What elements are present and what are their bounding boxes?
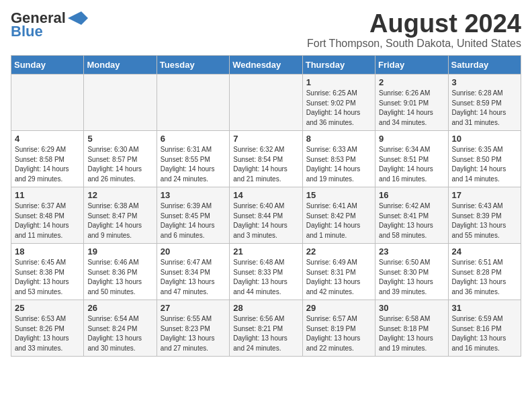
calendar-cell: [11, 75, 84, 131]
logo: General Blue: [11, 11, 88, 40]
day-info: Sunrise: 6:30 AM Sunset: 8:57 PM Dayligh…: [87, 145, 152, 184]
calendar-cell: 17Sunrise: 6:43 AM Sunset: 8:39 PM Dayli…: [448, 187, 521, 244]
day-info: Sunrise: 6:38 AM Sunset: 8:47 PM Dayligh…: [87, 201, 152, 240]
day-info: Sunrise: 6:42 AM Sunset: 8:41 PM Dayligh…: [379, 201, 444, 240]
day-number: 8: [306, 134, 371, 144]
calendar-cell: 11Sunrise: 6:37 AM Sunset: 8:48 PM Dayli…: [11, 187, 84, 244]
calendar-cell: [157, 75, 229, 131]
calendar-cell: 10Sunrise: 6:35 AM Sunset: 8:50 PM Dayli…: [448, 131, 521, 187]
day-info: Sunrise: 6:57 AM Sunset: 8:19 PM Dayligh…: [306, 314, 371, 353]
calendar-cell: 28Sunrise: 6:56 AM Sunset: 8:21 PM Dayli…: [230, 300, 302, 357]
day-info: Sunrise: 6:54 AM Sunset: 8:24 PM Dayligh…: [87, 314, 152, 353]
calendar-cell: 22Sunrise: 6:49 AM Sunset: 8:31 PM Dayli…: [302, 244, 375, 300]
day-number: 27: [161, 303, 226, 313]
day-number: 14: [233, 190, 298, 200]
day-number: 17: [452, 190, 517, 200]
calendar-cell: 20Sunrise: 6:47 AM Sunset: 8:34 PM Dayli…: [157, 244, 229, 300]
day-info: Sunrise: 6:40 AM Sunset: 8:44 PM Dayligh…: [233, 201, 298, 240]
calendar-cell: 16Sunrise: 6:42 AM Sunset: 8:41 PM Dayli…: [375, 187, 448, 244]
week-row-0: 1Sunrise: 6:25 AM Sunset: 9:02 PM Daylig…: [11, 75, 521, 131]
logo-arrow-icon: [68, 11, 88, 25]
calendar-cell: 23Sunrise: 6:50 AM Sunset: 8:30 PM Dayli…: [375, 244, 448, 300]
svg-marker-0: [68, 11, 88, 25]
day-info: Sunrise: 6:47 AM Sunset: 8:34 PM Dayligh…: [161, 258, 226, 297]
day-number: 29: [306, 303, 371, 313]
day-number: 18: [15, 246, 80, 257]
day-number: 21: [233, 246, 298, 257]
calendar-cell: 13Sunrise: 6:39 AM Sunset: 8:45 PM Dayli…: [157, 187, 229, 244]
calendar-header-row: SundayMondayTuesdayWednesdayThursdayFrid…: [11, 56, 521, 75]
day-number: 28: [233, 303, 298, 313]
calendar-cell: 12Sunrise: 6:38 AM Sunset: 8:47 PM Dayli…: [84, 187, 157, 244]
week-row-1: 4Sunrise: 6:29 AM Sunset: 8:58 PM Daylig…: [11, 131, 521, 187]
day-info: Sunrise: 6:25 AM Sunset: 9:02 PM Dayligh…: [306, 89, 371, 128]
day-number: 9: [379, 134, 444, 144]
day-info: Sunrise: 6:29 AM Sunset: 8:58 PM Dayligh…: [15, 145, 80, 184]
day-number: 1: [306, 77, 371, 87]
calendar-cell: 14Sunrise: 6:40 AM Sunset: 8:44 PM Dayli…: [230, 187, 302, 244]
calendar-cell: 7Sunrise: 6:32 AM Sunset: 8:54 PM Daylig…: [230, 131, 302, 187]
day-info: Sunrise: 6:43 AM Sunset: 8:39 PM Dayligh…: [452, 201, 517, 240]
day-info: Sunrise: 6:32 AM Sunset: 8:54 PM Dayligh…: [233, 145, 298, 184]
day-number: 3: [452, 77, 517, 87]
week-row-2: 11Sunrise: 6:37 AM Sunset: 8:48 PM Dayli…: [11, 187, 521, 244]
calendar-cell: 9Sunrise: 6:34 AM Sunset: 8:51 PM Daylig…: [375, 131, 448, 187]
day-number: 23: [379, 246, 444, 257]
calendar-cell: 26Sunrise: 6:54 AM Sunset: 8:24 PM Dayli…: [84, 300, 157, 357]
day-number: 10: [452, 134, 517, 144]
day-number: 12: [87, 190, 152, 200]
day-number: 30: [379, 303, 444, 313]
day-number: 24: [452, 246, 517, 257]
day-info: Sunrise: 6:49 AM Sunset: 8:31 PM Dayligh…: [306, 258, 371, 297]
day-info: Sunrise: 6:55 AM Sunset: 8:23 PM Dayligh…: [161, 314, 226, 353]
header-wednesday: Wednesday: [230, 56, 302, 75]
header-tuesday: Tuesday: [157, 56, 229, 75]
calendar-cell: 18Sunrise: 6:45 AM Sunset: 8:38 PM Dayli…: [11, 244, 84, 300]
day-info: Sunrise: 6:58 AM Sunset: 8:18 PM Dayligh…: [379, 314, 444, 353]
calendar-cell: 1Sunrise: 6:25 AM Sunset: 9:02 PM Daylig…: [302, 75, 375, 131]
day-number: 11: [15, 190, 80, 200]
week-row-4: 25Sunrise: 6:53 AM Sunset: 8:26 PM Dayli…: [11, 300, 521, 357]
calendar-cell: 8Sunrise: 6:33 AM Sunset: 8:53 PM Daylig…: [302, 131, 375, 187]
header-monday: Monday: [84, 56, 157, 75]
calendar-cell: 15Sunrise: 6:41 AM Sunset: 8:42 PM Dayli…: [302, 187, 375, 244]
day-info: Sunrise: 6:59 AM Sunset: 8:16 PM Dayligh…: [452, 314, 517, 353]
day-number: 16: [379, 190, 444, 200]
calendar-table: SundayMondayTuesdayWednesdayThursdayFrid…: [11, 55, 521, 357]
day-info: Sunrise: 6:53 AM Sunset: 8:26 PM Dayligh…: [15, 314, 80, 353]
calendar-cell: 27Sunrise: 6:55 AM Sunset: 8:23 PM Dayli…: [157, 300, 229, 357]
day-number: 31: [452, 303, 517, 313]
title-area: August 2024 Fort Thompson, South Dakota,…: [307, 11, 521, 50]
header-thursday: Thursday: [302, 56, 375, 75]
day-info: Sunrise: 6:45 AM Sunset: 8:38 PM Dayligh…: [15, 258, 80, 297]
day-number: 19: [87, 246, 152, 257]
calendar-cell: 3Sunrise: 6:28 AM Sunset: 8:59 PM Daylig…: [448, 75, 521, 131]
day-number: 15: [306, 190, 371, 200]
header: General Blue August 2024 Fort Thompson, …: [11, 11, 521, 50]
day-info: Sunrise: 6:26 AM Sunset: 9:01 PM Dayligh…: [379, 89, 444, 128]
day-info: Sunrise: 6:46 AM Sunset: 8:36 PM Dayligh…: [87, 258, 152, 297]
calendar-cell: 5Sunrise: 6:30 AM Sunset: 8:57 PM Daylig…: [84, 131, 157, 187]
week-row-3: 18Sunrise: 6:45 AM Sunset: 8:38 PM Dayli…: [11, 244, 521, 300]
day-number: 2: [379, 77, 444, 87]
month-title: August 2024: [307, 11, 521, 36]
header-sunday: Sunday: [11, 56, 84, 75]
calendar-cell: 24Sunrise: 6:51 AM Sunset: 8:28 PM Dayli…: [448, 244, 521, 300]
calendar-cell: 19Sunrise: 6:46 AM Sunset: 8:36 PM Dayli…: [84, 244, 157, 300]
calendar-cell: 6Sunrise: 6:31 AM Sunset: 8:55 PM Daylig…: [157, 131, 229, 187]
header-saturday: Saturday: [448, 56, 521, 75]
calendar-cell: [84, 75, 157, 131]
calendar-cell: 2Sunrise: 6:26 AM Sunset: 9:01 PM Daylig…: [375, 75, 448, 131]
calendar-cell: 31Sunrise: 6:59 AM Sunset: 8:16 PM Dayli…: [448, 300, 521, 357]
day-number: 22: [306, 246, 371, 257]
location-title: Fort Thompson, South Dakota, United Stat…: [307, 38, 521, 50]
day-info: Sunrise: 6:34 AM Sunset: 8:51 PM Dayligh…: [379, 145, 444, 184]
day-number: 13: [161, 190, 226, 200]
calendar-cell: 30Sunrise: 6:58 AM Sunset: 8:18 PM Dayli…: [375, 300, 448, 357]
logo-line2: Blue: [11, 23, 43, 40]
calendar-cell: [230, 75, 302, 131]
day-info: Sunrise: 6:39 AM Sunset: 8:45 PM Dayligh…: [161, 201, 226, 240]
header-friday: Friday: [375, 56, 448, 75]
day-number: 7: [233, 134, 298, 144]
day-info: Sunrise: 6:51 AM Sunset: 8:28 PM Dayligh…: [452, 258, 517, 297]
